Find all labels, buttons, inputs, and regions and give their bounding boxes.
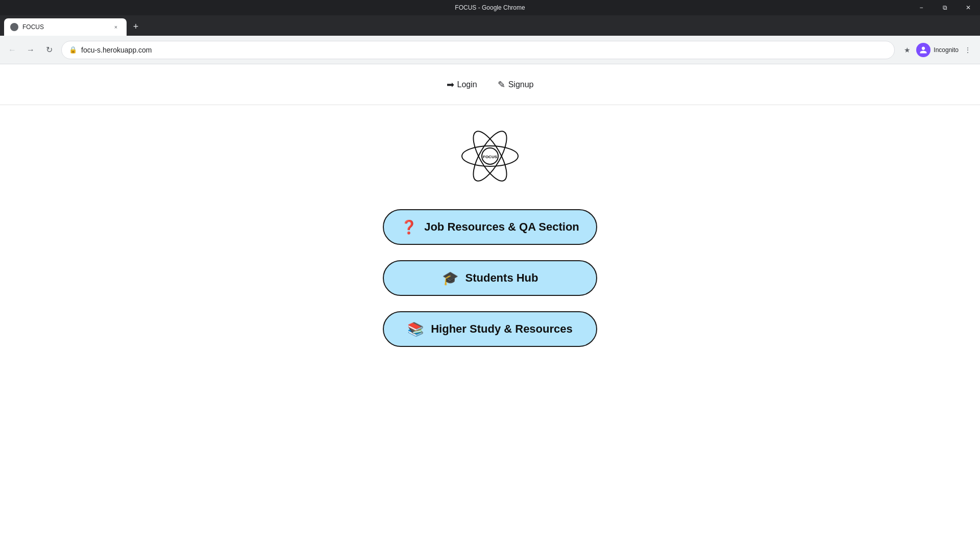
forward-button[interactable]: → (22, 42, 39, 58)
incognito-avatar (916, 43, 930, 57)
tab-close-button[interactable]: × (111, 22, 120, 32)
lock-icon: 🔒 (69, 46, 77, 54)
signup-icon: ✎ (498, 79, 505, 90)
browser-tab[interactable]: FOCUS × (4, 18, 127, 36)
minimize-button[interactable]: − (910, 0, 933, 15)
restore-button[interactable]: ⧉ (933, 0, 957, 15)
back-button[interactable]: ← (4, 42, 20, 58)
bookmark-button[interactable]: ★ (899, 42, 915, 58)
job-resources-button[interactable]: ❓ Job Resources & QA Section (383, 209, 597, 245)
reload-button[interactable]: ↻ (41, 42, 57, 58)
students-hub-button[interactable]: 🎓 Students Hub (383, 260, 597, 296)
page-content: ➡ Login ✎ Signup FOCU (0, 64, 980, 551)
logo-container: FOCUS (459, 126, 521, 189)
site-nav: ➡ Login ✎ Signup (447, 79, 534, 90)
book-icon: 📚 (407, 321, 424, 337)
question-icon: ❓ (401, 219, 417, 235)
address-right-controls: ★ Incognito ⋮ (899, 42, 976, 58)
title-bar: FOCUS - Google Chrome − ⧉ ✕ (0, 0, 980, 15)
url-text: focu-s.herokuapp.com (81, 46, 887, 54)
main-content: FOCUS ❓ Job Resources & QA Section 🎓 Stu… (0, 105, 980, 347)
tab-favicon (10, 23, 18, 31)
job-resources-label: Job Resources & QA Section (424, 220, 579, 234)
higher-study-label: Higher Study & Resources (431, 322, 573, 336)
login-icon: ➡ (447, 79, 454, 90)
signup-label: Signup (508, 80, 534, 89)
close-button[interactable]: ✕ (957, 0, 980, 15)
login-label: Login (457, 80, 477, 89)
login-link[interactable]: ➡ Login (447, 79, 477, 90)
menu-button[interactable]: ⋮ (960, 42, 976, 58)
new-tab-button[interactable]: + (129, 19, 143, 34)
section-buttons: ❓ Job Resources & QA Section 🎓 Students … (383, 209, 597, 347)
focus-logo: FOCUS (459, 126, 521, 187)
tab-bar: FOCUS × + (0, 15, 980, 36)
incognito-label: Incognito (934, 46, 959, 54)
address-bar: ← → ↻ 🔒 focu-s.herokuapp.com ★ Incognito… (0, 36, 980, 64)
site-header: ➡ Login ✎ Signup (0, 64, 980, 105)
url-bar[interactable]: 🔒 focu-s.herokuapp.com (61, 41, 895, 59)
higher-study-button[interactable]: 📚 Higher Study & Resources (383, 311, 597, 347)
window-controls: − ⧉ ✕ (910, 0, 980, 15)
tab-title: FOCUS (22, 23, 107, 31)
graduation-icon: 🎓 (442, 270, 458, 286)
signup-link[interactable]: ✎ Signup (498, 79, 534, 90)
svg-text:FOCUS: FOCUS (483, 155, 498, 159)
incognito-wrapper[interactable]: Incognito (916, 43, 959, 57)
students-hub-label: Students Hub (465, 271, 538, 285)
window-title: FOCUS - Google Chrome (455, 4, 525, 11)
